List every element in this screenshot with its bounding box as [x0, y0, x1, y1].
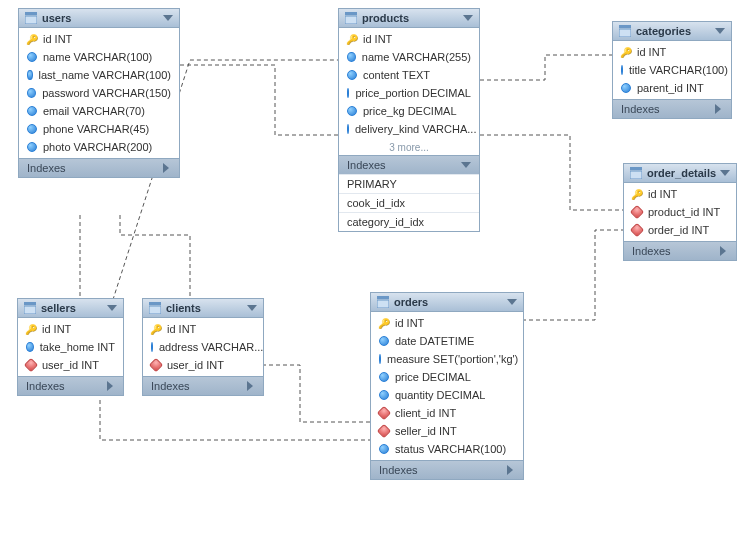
expand-icon [507, 465, 513, 475]
index-item[interactable]: cook_id_idx [339, 193, 479, 212]
table-icon [25, 12, 37, 24]
table-categories[interactable]: categories 🔑id INTtitle VARCHAR(100)pare… [612, 21, 732, 119]
column[interactable]: parent_id INT [613, 79, 731, 97]
index-item[interactable]: category_id_idx [339, 212, 479, 231]
column-label: price_portion DECIMAL [355, 87, 471, 99]
collapse-icon[interactable] [463, 15, 473, 21]
column[interactable]: client_id INT [371, 404, 523, 422]
column[interactable]: seller_id INT [371, 422, 523, 440]
table-header[interactable]: users [19, 9, 179, 28]
column[interactable]: status VARCHAR(100) [371, 440, 523, 458]
column[interactable]: quantity DECIMAL [371, 386, 523, 404]
collapse-icon[interactable] [720, 170, 730, 176]
table-title: products [362, 12, 409, 24]
column-icon [347, 88, 349, 98]
table-header[interactable]: categories [613, 22, 731, 41]
column[interactable]: phone VARCHAR(45) [19, 120, 179, 138]
column-label: date DATETIME [395, 335, 474, 347]
column[interactable]: price_portion DECIMAL [339, 84, 479, 102]
table-header[interactable]: order_details [624, 164, 736, 183]
column-icon [151, 342, 153, 352]
column-icon [379, 390, 389, 400]
column[interactable]: 🔑id INT [18, 320, 123, 338]
column-icon [347, 124, 349, 134]
table-products[interactable]: products 🔑id INTname VARCHAR(255)content… [338, 8, 480, 232]
column-label: seller_id INT [395, 425, 457, 437]
column[interactable]: 🔑id INT [624, 185, 736, 203]
column[interactable]: photo VARCHAR(200) [19, 138, 179, 156]
expand-icon [715, 104, 721, 114]
columns: 🔑id INTtitle VARCHAR(100)parent_id INT [613, 41, 731, 99]
column[interactable]: address VARCHAR... [143, 338, 263, 356]
indexes-section[interactable]: Indexes [19, 158, 179, 177]
column[interactable]: price DECIMAL [371, 368, 523, 386]
column[interactable]: price_kg DECIMAL [339, 102, 479, 120]
column[interactable]: 🔑id INT [613, 43, 731, 61]
indexes-section[interactable]: Indexes [339, 155, 479, 174]
collapse-icon[interactable] [507, 299, 517, 305]
column[interactable]: take_home INT [18, 338, 123, 356]
foreign-key-icon [377, 424, 391, 438]
table-title: categories [636, 25, 691, 37]
column[interactable]: last_name VARCHAR(100) [19, 66, 179, 84]
column-label: id INT [43, 33, 72, 45]
column[interactable]: content TEXT [339, 66, 479, 84]
column[interactable]: 🔑id INT [339, 30, 479, 48]
svg-rect-1 [25, 16, 37, 24]
table-title: order_details [647, 167, 716, 179]
indexes-section[interactable]: Indexes [613, 99, 731, 118]
column-label: phone VARCHAR(45) [43, 123, 149, 135]
column-icon [379, 372, 389, 382]
column-icon [347, 52, 356, 62]
column[interactable]: product_id INT [624, 203, 736, 221]
table-header[interactable]: products [339, 9, 479, 28]
table-header[interactable]: orders [371, 293, 523, 312]
column[interactable]: name VARCHAR(100) [19, 48, 179, 66]
table-icon [345, 12, 357, 24]
table-order-details[interactable]: order_details 🔑id INTproduct_id INTorder… [623, 163, 737, 261]
expand-icon [107, 381, 113, 391]
indexes-section[interactable]: Indexes [143, 376, 263, 395]
table-header[interactable]: clients [143, 299, 263, 318]
column[interactable]: email VARCHAR(70) [19, 102, 179, 120]
column-label: id INT [42, 323, 71, 335]
column[interactable]: title VARCHAR(100) [613, 61, 731, 79]
column[interactable]: 🔑id INT [19, 30, 179, 48]
column[interactable]: password VARCHAR(150) [19, 84, 179, 102]
column-label: photo VARCHAR(200) [43, 141, 152, 153]
index-item[interactable]: PRIMARY [339, 174, 479, 193]
columns: 🔑id INTaddress VARCHAR...user_id INT [143, 318, 263, 376]
table-title: users [42, 12, 71, 24]
column[interactable]: user_id INT [18, 356, 123, 374]
collapse-icon[interactable] [107, 305, 117, 311]
indexes-section[interactable]: Indexes [371, 460, 523, 479]
column[interactable]: delivery_kind VARCHA... [339, 120, 479, 138]
table-users[interactable]: users 🔑id INTname VARCHAR(100)last_name … [18, 8, 180, 178]
table-orders[interactable]: orders 🔑id INTdate DATETIMEmeasure SET('… [370, 292, 524, 480]
table-title: sellers [41, 302, 76, 314]
column[interactable]: order_id INT [624, 221, 736, 239]
column[interactable]: 🔑id INT [143, 320, 263, 338]
svg-rect-10 [149, 302, 161, 305]
collapse-icon[interactable] [247, 305, 257, 311]
column[interactable]: date DATETIME [371, 332, 523, 350]
foreign-key-icon [630, 223, 644, 237]
column[interactable]: 🔑id INT [371, 314, 523, 332]
table-sellers[interactable]: sellers 🔑id INTtake_home INTuser_id INT … [17, 298, 124, 396]
columns: 🔑id INTname VARCHAR(100)last_name VARCHA… [19, 28, 179, 158]
table-header[interactable]: sellers [18, 299, 123, 318]
indexes-section[interactable]: Indexes [624, 241, 736, 260]
svg-rect-7 [630, 171, 642, 179]
expand-icon [163, 163, 169, 173]
column-label: status VARCHAR(100) [395, 443, 506, 455]
indexes-section[interactable]: Indexes [18, 376, 123, 395]
column[interactable]: user_id INT [143, 356, 263, 374]
foreign-key-icon [24, 358, 38, 372]
collapse-icon[interactable] [715, 28, 725, 34]
column[interactable]: measure SET('portion','kg') [371, 350, 523, 368]
column[interactable]: name VARCHAR(255) [339, 48, 479, 66]
collapse-icon[interactable] [163, 15, 173, 21]
column-icon [621, 65, 623, 75]
more-columns[interactable]: 3 more... [339, 140, 479, 155]
table-clients[interactable]: clients 🔑id INTaddress VARCHAR...user_id… [142, 298, 264, 396]
